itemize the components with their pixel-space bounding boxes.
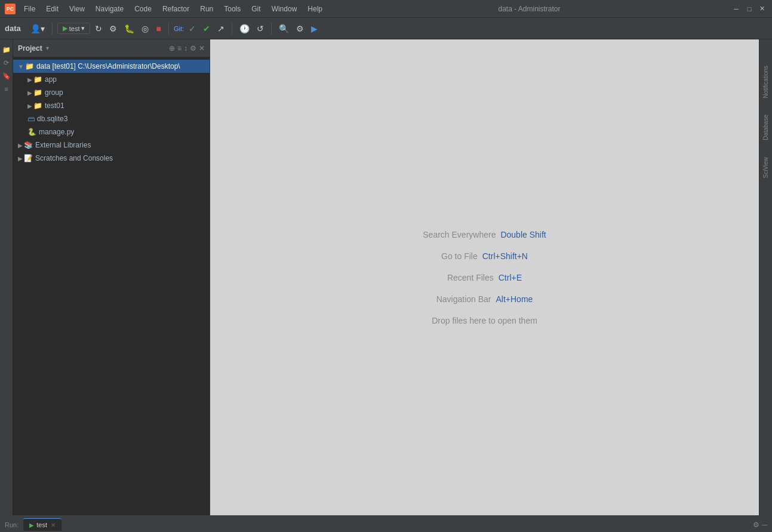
structure-btn[interactable]: ≡ xyxy=(1,84,12,94)
plugin-btn[interactable]: ▶ xyxy=(309,23,320,35)
settings-icon[interactable]: ⚙ xyxy=(753,521,759,529)
menu-navigate[interactable]: Navigate xyxy=(91,4,128,14)
menu-tools[interactable]: Tools xyxy=(219,4,245,14)
run-icon: ▶ xyxy=(63,24,67,32)
tree-item-scratches[interactable]: ▶ 📝 Scratches and Consoles xyxy=(13,152,210,165)
project-name: data xyxy=(5,24,21,33)
git-check-btn[interactable]: ✓ xyxy=(186,23,198,35)
menu-run[interactable]: Run xyxy=(195,4,218,14)
bottom-panel: Run: ▶ test ✕ ⚙ ─ ↻ ↑ ↓ ■ ⚙ 🖨 ⇣ 🗑 Watchi… xyxy=(0,515,772,532)
tree-root-label: data [test01] C:\Users\Administrator\Des… xyxy=(36,62,180,70)
git-ok-btn[interactable]: ✔ xyxy=(201,23,213,35)
py-file-icon: 🐍 xyxy=(27,128,36,136)
folder-icon: 📁 xyxy=(25,62,34,70)
bottom-panel-tabs: Run: ▶ test ✕ ⚙ ─ xyxy=(0,516,772,532)
title-bar: PC File Edit View Navigate Code Refactor… xyxy=(0,0,772,18)
tree-item-app[interactable]: ▶ 📁 app xyxy=(13,73,210,86)
hint-text-2: Go to File xyxy=(441,251,478,261)
menu-file[interactable]: File xyxy=(19,4,40,14)
tree-root-item[interactable]: ▼ 📁 data [test01] C:\Users\Administrator… xyxy=(13,60,210,73)
chevron-down-icon: ▾ xyxy=(46,45,49,51)
menu-git[interactable]: Git xyxy=(247,4,265,14)
menu-help[interactable]: Help xyxy=(303,4,327,14)
separator-3 xyxy=(232,23,232,35)
run-config-btn[interactable]: ▶ test ▾ xyxy=(57,23,91,34)
menu-view[interactable]: View xyxy=(64,4,90,14)
expand-arrow-ext: ▶ xyxy=(18,142,23,149)
stop-btn[interactable]: ■ xyxy=(153,23,163,35)
hint-key-1: Double Shift xyxy=(500,230,546,239)
app-logo: PC xyxy=(5,4,16,14)
hint-text-3: Recent Files xyxy=(447,273,494,282)
hint-key-3: Ctrl+E xyxy=(499,273,522,282)
hint-text-5: Drop files here to open them xyxy=(432,316,537,325)
tree-label-ext-libs: External Libraries xyxy=(35,141,91,149)
console-tab-test[interactable]: ▶ test ✕ xyxy=(23,518,61,531)
project-panel-title: Project xyxy=(18,44,42,53)
collapse-all-btn[interactable]: ≡ xyxy=(177,44,182,53)
separator-4 xyxy=(271,23,272,35)
git-push-btn[interactable]: ↗ xyxy=(215,23,227,35)
library-icon: 📚 xyxy=(24,141,33,149)
hint-goto-file: Go to File Ctrl+Shift+N xyxy=(441,251,528,261)
tree-label-manage: manage.py xyxy=(39,128,74,136)
minimize-button[interactable]: ─ xyxy=(731,4,741,14)
hint-nav-bar: Navigation Bar Alt+Home xyxy=(436,294,533,304)
sciview-label[interactable]: SciView xyxy=(761,155,770,180)
folder-icon-test01: 📁 xyxy=(33,102,42,110)
tree-item-test01[interactable]: ▶ 📁 test01 xyxy=(13,99,210,112)
right-activity-bar: Notifications Database SciView xyxy=(759,39,772,515)
left-activity-bar: 📁 ⟳ 🔖 ≡ xyxy=(0,39,13,515)
maximize-button[interactable]: □ xyxy=(745,4,754,14)
run-label: Run: xyxy=(5,521,19,528)
tree-item-db[interactable]: 🗃 db.sqlite3 xyxy=(13,112,210,125)
database-label[interactable]: Database xyxy=(761,112,770,143)
options-btn[interactable]: ⚙ xyxy=(190,44,196,53)
hint-text-4: Navigation Bar xyxy=(436,294,491,304)
build-btn[interactable]: ⚙ xyxy=(107,23,119,35)
tree-item-manage[interactable]: 🐍 manage.py xyxy=(13,125,210,139)
menu-bar: File Edit View Navigate Code Refactor Ru… xyxy=(19,4,327,14)
expand-arrow-group: ▶ xyxy=(27,90,32,96)
db-file-icon: 🗃 xyxy=(27,115,35,123)
project-panel: Project ▾ ⊕ ≡ ↕ ⚙ ✕ ▼ 📁 data [test01] C:… xyxy=(13,39,210,515)
menu-code[interactable]: Code xyxy=(130,4,156,14)
tree-label-test01: test01 xyxy=(45,102,64,110)
notifications-label[interactable]: Notifications xyxy=(761,63,770,100)
menu-edit[interactable]: Edit xyxy=(41,4,63,14)
run-config-label: test xyxy=(69,25,80,32)
folder-icon-app: 📁 xyxy=(33,75,42,84)
git-label: Git: xyxy=(174,25,184,32)
toolbar-profile-btn[interactable]: 👤▾ xyxy=(28,23,47,35)
menu-refactor[interactable]: Refactor xyxy=(158,4,194,14)
close-button[interactable]: ✕ xyxy=(758,4,767,14)
folder-icon-group: 📁 xyxy=(33,88,42,97)
bookmark-btn[interactable]: 🔖 xyxy=(1,70,12,81)
tree-item-group[interactable]: ▶ 📁 group xyxy=(13,86,210,99)
commit-btn[interactable]: ⟳ xyxy=(1,57,12,68)
close-tab-icon[interactable]: ✕ xyxy=(51,522,56,528)
window-title: data - Administrator xyxy=(498,5,560,13)
editor-area: Search Everywhere Double Shift Go to Fil… xyxy=(210,39,759,515)
scroll-from-source-btn[interactable]: ⊕ xyxy=(169,44,175,53)
debug-btn[interactable]: 🐛 xyxy=(122,23,137,35)
project-panel-header: Project ▾ ⊕ ≡ ↕ ⚙ ✕ xyxy=(13,39,210,57)
settings-btn[interactable]: ⚙ xyxy=(294,23,306,35)
hint-search-everywhere: Search Everywhere Double Shift xyxy=(423,230,546,239)
tree-label-group: group xyxy=(45,88,63,97)
search-everywhere-btn[interactable]: 🔍 xyxy=(276,23,291,35)
menu-window[interactable]: Window xyxy=(267,4,302,14)
sort-btn[interactable]: ↕ xyxy=(184,44,187,53)
revert-btn[interactable]: ↺ xyxy=(254,23,266,35)
tree-item-ext-libs[interactable]: ▶ 📚 External Libraries xyxy=(13,139,210,152)
history-btn[interactable]: 🕐 xyxy=(237,23,252,35)
toolbar: data 👤▾ ▶ test ▾ ↻ ⚙ 🐛 ◎ ■ Git: ✓ ✔ ↗ 🕐 … xyxy=(0,18,772,39)
run-tab-icon: ▶ xyxy=(29,522,34,528)
close-panel-btn[interactable]: ✕ xyxy=(199,44,205,53)
project-view-btn[interactable]: 📁 xyxy=(1,44,12,55)
separator-2 xyxy=(168,23,169,35)
coverage-btn[interactable]: ◎ xyxy=(139,23,151,35)
minimize-panel-icon[interactable]: ─ xyxy=(762,521,767,529)
update-btn[interactable]: ↻ xyxy=(93,23,104,35)
hint-drop-files: Drop files here to open them xyxy=(432,316,537,325)
